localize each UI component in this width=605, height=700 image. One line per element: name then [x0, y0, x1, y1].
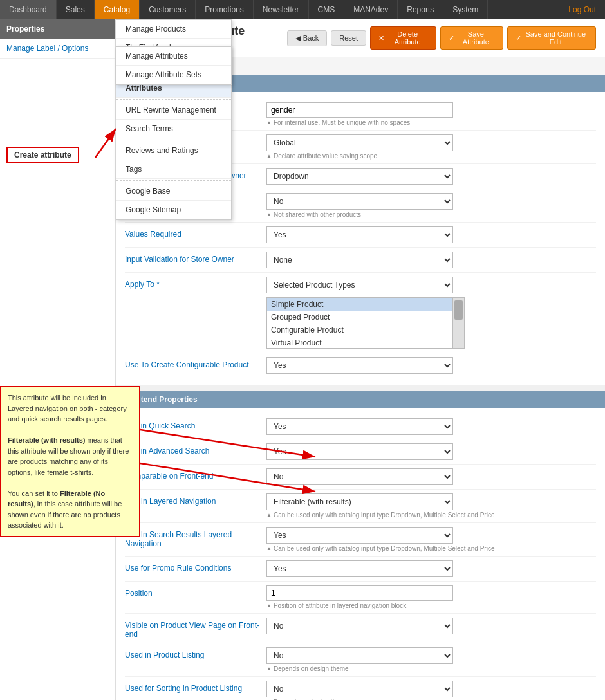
- value-comparable: No Yes: [266, 468, 596, 485]
- label-search-results-nav: Use In Search Results Layered Navigation: [125, 527, 266, 548]
- value-values-required: No Yes: [266, 226, 596, 243]
- select-scope[interactable]: Global Website Store View: [266, 134, 453, 151]
- dd-google-base[interactable]: Google Base: [116, 182, 231, 201]
- nav-system[interactable]: System: [443, 0, 488, 19]
- tooltip-line1: This attribute will be included in Layer…: [8, 394, 127, 423]
- input-position[interactable]: [266, 585, 453, 601]
- select-input-validation[interactable]: None Decimal Number Integer Number Email…: [266, 252, 453, 268]
- pt-simple-product[interactable]: Simple Product: [267, 298, 452, 311]
- select-product-listing[interactable]: No Yes: [266, 647, 453, 664]
- field-search-results-nav: Use In Search Results Layered Navigation…: [125, 523, 596, 557]
- dd-manage-products[interactable]: Manage Products: [116, 20, 231, 39]
- dd-tags[interactable]: Tags: [116, 160, 231, 179]
- input-attribute-code[interactable]: [266, 102, 453, 118]
- nav-manadev[interactable]: MANAdev: [344, 0, 398, 19]
- tooltip-line3: You can set it to: [8, 490, 60, 497]
- dd-url-rewrite[interactable]: URL Rewrite Management: [116, 101, 231, 120]
- label-sorting: Used for Sorting in Product Listing: [125, 681, 266, 693]
- logout-button[interactable]: Log Out: [559, 0, 605, 19]
- frontend-section: Frontend Properties Use in Quick Search …: [116, 391, 605, 700]
- delete-button[interactable]: ✕ Delete Attribute: [370, 26, 436, 50]
- dd-manage-attribute-sets[interactable]: Manage Attribute Sets: [116, 66, 231, 84]
- dd-search-terms[interactable]: Search Terms: [116, 120, 231, 138]
- nav-dashboard[interactable]: Dashboard: [0, 0, 57, 19]
- select-use-configurable[interactable]: No Yes: [266, 357, 453, 374]
- frontend-section-header: Frontend Properties: [116, 391, 605, 408]
- select-comparable[interactable]: No Yes: [266, 468, 453, 485]
- select-search-results-nav[interactable]: Yes No: [266, 527, 453, 544]
- dd-reviews-ratings[interactable]: Reviews and Ratings: [116, 142, 231, 160]
- field-position: Position Position of attribute in layere…: [125, 582, 596, 614]
- field-layered-nav: Use In Layered Navigation No Filterable …: [125, 490, 596, 523]
- nav-reports[interactable]: Reports: [398, 0, 443, 19]
- tooltip-box: This attribute will be included in Layer…: [0, 386, 140, 537]
- hint-product-listing: Depends on design theme: [266, 665, 596, 672]
- value-attribute-code: For internal use. Must be unique with no…: [266, 102, 596, 126]
- label-layered-nav: Use In Layered Navigation: [125, 493, 266, 506]
- nav-newsletter[interactable]: Newsletter: [254, 0, 309, 19]
- field-advanced-search: Use in Advanced Search Yes No: [125, 439, 596, 465]
- select-layered-nav[interactable]: No Filterable (with results) Filterable …: [266, 493, 453, 510]
- attributes-submenu: Manage Attributes Manage Attribute Sets: [116, 46, 232, 85]
- save-continue-button[interactable]: ✓ Save and Continue Edit: [507, 26, 597, 50]
- nav-sales[interactable]: Sales: [57, 0, 95, 19]
- select-promo-rule[interactable]: Yes No: [266, 560, 453, 577]
- value-advanced-search: Yes No: [266, 443, 596, 460]
- nav-promotions[interactable]: Promotions: [196, 0, 254, 19]
- product-types-multiselect[interactable]: Simple Product Grouped Product Configura…: [266, 297, 453, 349]
- select-advanced-search[interactable]: Yes No: [266, 443, 453, 460]
- label-quick-search: Use in Quick Search: [125, 418, 266, 430]
- product-types-container: Simple Product Grouped Product Configura…: [266, 297, 596, 349]
- top-nav: Dashboard Sales Catalog Customers Promot…: [0, 0, 605, 19]
- select-apply-to[interactable]: All Product Types Selected Product Types: [266, 277, 453, 293]
- nav-cms[interactable]: CMS: [309, 0, 345, 19]
- value-unique-value: No Yes Not shared with other products: [266, 193, 596, 218]
- delete-icon: ✕: [378, 34, 384, 42]
- field-use-configurable: Use To Create Configurable Product No Ye…: [125, 353, 596, 378]
- save-icon: ✓: [449, 34, 454, 42]
- select-sorting[interactable]: No Yes: [266, 681, 453, 697]
- pt-configurable-product[interactable]: Configurable Product: [267, 324, 452, 336]
- value-input-validation: None Decimal Number Integer Number Email…: [266, 252, 596, 268]
- field-sorting: Used for Sorting in Product Listing No Y…: [125, 677, 596, 700]
- dd-google-sitemap[interactable]: Google Sitemap: [116, 201, 231, 219]
- back-button[interactable]: ◀ Back: [287, 30, 327, 46]
- dd-manage-attributes[interactable]: Manage Attributes: [116, 47, 231, 66]
- tooltip-filterable-bold: Filterable (with results): [8, 436, 85, 444]
- sidebar-item-manage-label[interactable]: Manage Label / Options: [0, 39, 115, 59]
- header-buttons: ◀ Back Reset ✕ Delete Attribute ✓ Save A…: [287, 26, 596, 50]
- select-visible-product-view[interactable]: No Yes: [266, 618, 453, 634]
- save-continue-icon: ✓: [516, 34, 521, 42]
- hint-attribute-code: For internal use. Must be unique with no…: [266, 119, 596, 126]
- nav-customers[interactable]: Customers: [140, 0, 196, 19]
- save-button[interactable]: ✓ Save Attribute: [440, 26, 503, 50]
- field-values-required: Values Required No Yes: [125, 223, 596, 248]
- select-values-required[interactable]: No Yes: [266, 226, 453, 243]
- label-product-listing: Used in Product Listing: [125, 647, 266, 659]
- select-quick-search[interactable]: Yes No: [266, 418, 453, 435]
- pt-grouped-product[interactable]: Grouped Product: [267, 311, 452, 324]
- value-apply-to: All Product Types Selected Product Types…: [266, 277, 596, 349]
- select-input-type[interactable]: Dropdown Text Field Text Area Date Yes/N…: [266, 168, 453, 185]
- select-unique-value[interactable]: No Yes: [266, 193, 453, 210]
- pt-virtual-product[interactable]: Virtual Product: [267, 336, 452, 349]
- frontend-section-body: Use in Quick Search Yes No Use in Advanc…: [116, 408, 605, 700]
- nav-catalog[interactable]: Catalog: [95, 0, 140, 19]
- hint-layered-nav: Can be used only with catalog input type…: [266, 511, 596, 519]
- label-input-validation: Input Validation for Store Owner: [125, 252, 266, 264]
- label-comparable: Comparable on Front-end: [125, 468, 266, 481]
- value-visible-product-view: No Yes: [266, 618, 596, 634]
- label-visible-product-view: Visible on Product View Page on Front-en…: [125, 618, 266, 639]
- value-use-configurable: No Yes: [266, 357, 596, 374]
- sidebar: Properties Manage Label / Options: [0, 19, 116, 700]
- reset-button[interactable]: Reset: [331, 30, 366, 46]
- value-quick-search: Yes No: [266, 418, 596, 435]
- value-sorting: No Yes Depends on design theme: [266, 681, 596, 700]
- value-input-type: Dropdown Text Field Text Area Date Yes/N…: [266, 168, 596, 185]
- value-position: Position of attribute in layered navigat…: [266, 585, 596, 609]
- label-use-configurable: Use To Create Configurable Product: [125, 357, 266, 369]
- create-attribute-annotation: Create attribute: [6, 147, 79, 163]
- multiselect-scrollbar[interactable]: [453, 297, 465, 349]
- field-quick-search: Use in Quick Search Yes No: [125, 414, 596, 439]
- field-visible-product-view: Visible on Product View Page on Front-en…: [125, 614, 596, 643]
